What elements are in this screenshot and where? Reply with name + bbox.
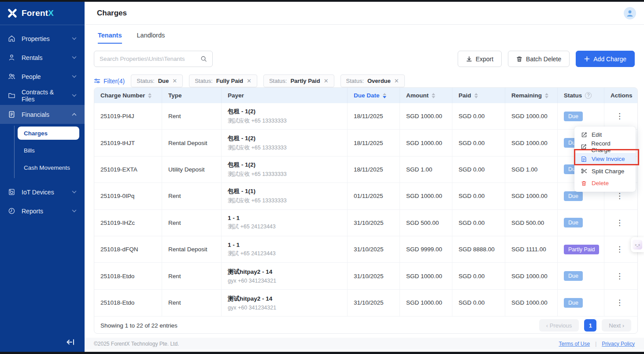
charges-table: Charge Number Type Payer Due Date Amount… bbox=[94, 87, 638, 334]
chevron-up-icon bbox=[72, 113, 77, 116]
amount-cell: SGD 1000.00 bbox=[400, 103, 452, 129]
row-actions-button[interactable]: ⋮ bbox=[613, 244, 626, 255]
column-header-amount[interactable]: Amount bbox=[400, 88, 452, 103]
payer-name: 1 - 1 bbox=[228, 215, 344, 221]
menu-item-edit[interactable]: Edit bbox=[574, 129, 636, 141]
actions-cell: ⋮ bbox=[604, 290, 638, 316]
row-actions-button[interactable]: ⋮ bbox=[613, 297, 626, 308]
batch-delete-button[interactable]: Batch Delete bbox=[508, 51, 570, 67]
table-row[interactable]: 251019-0IPq Rent 包租 - 1(1) 测試应收 +65 1333… bbox=[94, 183, 637, 209]
sidebar-collapse-button[interactable] bbox=[66, 339, 75, 346]
column-header-due-date[interactable]: Due Date bbox=[348, 88, 400, 103]
status-badge: Due bbox=[564, 218, 583, 227]
page-title: Charges bbox=[97, 9, 127, 18]
menu-item-view-invoice[interactable]: View Invoice bbox=[574, 153, 636, 165]
paid-cell: SGD 0.00 bbox=[452, 263, 505, 289]
sidebar-item-charges[interactable]: Charges bbox=[18, 127, 79, 140]
chip-close-icon[interactable]: ✕ bbox=[324, 78, 329, 84]
table-row[interactable]: 251018-Etdo Rent 测试hitpay2 - 14 gyx +60 … bbox=[94, 290, 637, 316]
add-charge-button[interactable]: Add Charge bbox=[576, 51, 635, 67]
user-avatar[interactable] bbox=[624, 7, 636, 19]
feedback-face-icon: >_< bbox=[633, 240, 642, 250]
row-actions-button[interactable]: ⋮ bbox=[613, 190, 626, 201]
previous-page-button[interactable]: ‹ Previous bbox=[539, 319, 579, 332]
table-row[interactable]: 251019-PI4J Rent 包租 - 1(2) 测試应收 +65 1333… bbox=[94, 103, 637, 130]
sidebar-item-bills[interactable]: Bills bbox=[18, 144, 79, 157]
iot-device-icon bbox=[8, 188, 15, 196]
sidebar-item-cash-movements[interactable]: Cash Movements bbox=[18, 161, 79, 174]
search-input[interactable] bbox=[100, 56, 197, 62]
due-date-cell: 18/11/2025 bbox=[348, 130, 400, 156]
sort-icon[interactable] bbox=[545, 93, 548, 98]
row-actions-button[interactable]: ⋮ bbox=[613, 217, 626, 228]
tab-landlords[interactable]: Landlords bbox=[137, 32, 165, 44]
copyright-text: ©2025 ForentX Technology Pte. Ltd. bbox=[94, 341, 179, 347]
table-row[interactable]: 251018-Etdo Rent 测试hitpay2 - 14 gyx +60 … bbox=[94, 263, 637, 289]
sidebar-item-people[interactable]: People bbox=[0, 67, 85, 86]
charge-number-cell: 251018-Etdo bbox=[94, 290, 162, 316]
help-icon[interactable]: ? bbox=[585, 92, 592, 99]
status-badge: Due bbox=[564, 298, 583, 308]
amount-cell: SGD 1000.00 bbox=[400, 183, 452, 209]
sort-icon[interactable] bbox=[432, 93, 435, 98]
page-header: Charges bbox=[85, 2, 644, 25]
sidebar-item-contracts-files[interactable]: Contracts & Files bbox=[0, 86, 85, 105]
edit-icon bbox=[581, 132, 587, 138]
menu-item-split-charge[interactable]: Split Charge bbox=[574, 165, 636, 178]
table-footer: Showing 1 to 22 of 22 entries ‹ Previous… bbox=[94, 316, 637, 334]
type-cell: Rent bbox=[162, 263, 222, 289]
trash-icon bbox=[581, 180, 587, 186]
type-cell: Rental Deposit bbox=[162, 130, 222, 156]
type-cell: Rent bbox=[162, 210, 222, 236]
column-header-paid[interactable]: Paid bbox=[452, 88, 505, 103]
remaining-cell: SGD 1.00 bbox=[505, 157, 558, 183]
sidebar-item-rentals[interactable]: Rentals bbox=[0, 48, 85, 67]
menu-item-record-charge[interactable]: Record Charge bbox=[574, 141, 636, 153]
column-header-charge-number[interactable]: Charge Number bbox=[94, 88, 162, 103]
remaining-cell: SGD 1000.00 bbox=[505, 263, 558, 289]
brand[interactable]: ForentX bbox=[0, 2, 85, 25]
table-row[interactable]: 251019-IHZc Rent 1 - 1 测試 +65 24123443 3… bbox=[94, 210, 637, 236]
table-row[interactable]: 251018-dFQN Rental Deposit 1 - 1 测試 +65 … bbox=[94, 236, 637, 263]
sidebar-item-iot-devices[interactable]: IoT Devices bbox=[0, 183, 85, 201]
table-row[interactable]: 251019-EXTA Utility Deposit 包租 - 1(2) 测試… bbox=[94, 157, 637, 183]
search-icon[interactable] bbox=[200, 56, 207, 62]
status-badge: Due bbox=[564, 112, 583, 121]
feedback-widget-button[interactable]: >_< bbox=[631, 237, 644, 252]
table-header: Charge Number Type Payer Due Date Amount… bbox=[94, 88, 637, 103]
privacy-policy-link[interactable]: Privacy Policy bbox=[602, 341, 635, 347]
sidebar: ForentX Properties Rentals People Contra… bbox=[0, 2, 85, 352]
status-cell: Partly Paid bbox=[558, 236, 604, 262]
sidebar-item-reports[interactable]: Reports bbox=[0, 201, 85, 220]
table-row[interactable]: 251019-tHJT Rental Deposit 包租 - 1(2) 测試应… bbox=[94, 130, 637, 156]
page-1-button[interactable]: 1 bbox=[584, 319, 596, 332]
chip-close-icon[interactable]: ✕ bbox=[394, 78, 399, 84]
export-button[interactable]: Export bbox=[458, 51, 502, 67]
payer-contact: 测試应收 +65 13333333 bbox=[228, 144, 344, 152]
filter-row: Filter(4) Status: Due ✕ Status: Fully Pa… bbox=[85, 67, 644, 87]
paid-cell: SGD 0.00 bbox=[452, 130, 505, 156]
menu-item-delete[interactable]: Delete bbox=[574, 177, 636, 190]
reports-icon bbox=[8, 207, 15, 215]
search-box[interactable] bbox=[94, 51, 213, 67]
terms-of-use-link[interactable]: Terms of Use bbox=[559, 341, 590, 347]
sidebar-item-properties[interactable]: Properties bbox=[0, 29, 85, 48]
chip-close-icon[interactable]: ✕ bbox=[172, 78, 177, 84]
column-header-remaining[interactable]: Remaining bbox=[505, 88, 558, 103]
person-icon bbox=[8, 54, 15, 61]
chip-close-icon[interactable]: ✕ bbox=[247, 78, 252, 84]
page-footer: ©2025 ForentX Technology Pte. Ltd. Terms… bbox=[85, 338, 644, 350]
sort-icon[interactable] bbox=[148, 93, 152, 98]
row-actions-button[interactable]: ⋮ bbox=[613, 111, 626, 122]
sidebar-item-financials[interactable]: Financials bbox=[0, 105, 85, 124]
sort-icon[interactable] bbox=[474, 93, 478, 98]
row-actions-button[interactable]: ⋮ bbox=[613, 271, 626, 282]
next-page-button[interactable]: Next › bbox=[602, 319, 631, 332]
status-cell: Due bbox=[558, 263, 604, 289]
actions-cell: ⋮ bbox=[604, 210, 638, 236]
sort-icon[interactable] bbox=[383, 93, 386, 98]
tab-tenants[interactable]: Tenants bbox=[98, 32, 122, 44]
filter-button[interactable]: Filter(4) bbox=[94, 78, 125, 85]
amount-cell: SGD 9999.00 bbox=[400, 236, 452, 262]
paid-cell: SGD 0.00 bbox=[452, 103, 505, 129]
